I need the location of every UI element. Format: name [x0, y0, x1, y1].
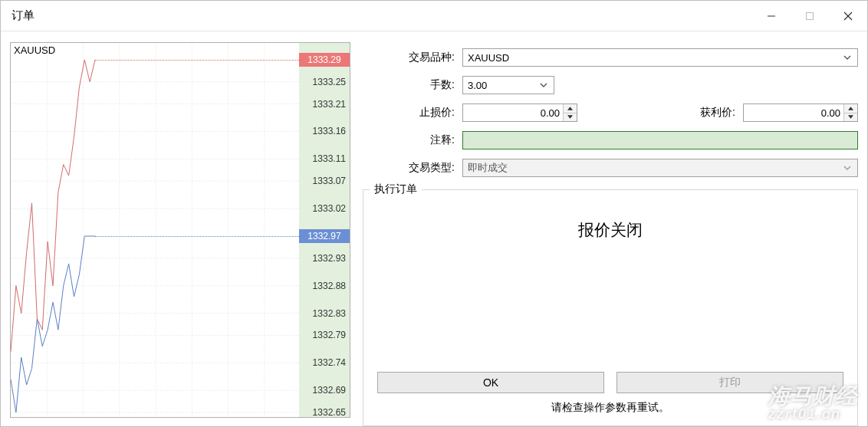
chevron-down-icon — [840, 51, 854, 64]
sl-label: 止损价: — [363, 106, 462, 120]
quote-closed-message: 报价关闭 — [377, 219, 843, 372]
y-axis-label: 1332.88 — [313, 281, 346, 291]
window-title: 订单 — [12, 8, 35, 23]
window-controls — [752, 1, 867, 31]
order-window: 订单 XAUUSD — [0, 0, 868, 427]
type-dropdown[interactable]: 即时成交 — [462, 159, 858, 177]
sl-input[interactable] — [462, 103, 577, 122]
y-axis-label: 1333.25 — [313, 77, 346, 87]
symbol-value: XAUUSD — [468, 52, 509, 64]
bid-price-line — [95, 236, 301, 237]
y-axis-label: 1332.69 — [313, 385, 346, 396]
comment-label: 注释: — [363, 133, 462, 147]
bid-price-tag: 1332.97 — [299, 229, 350, 243]
volume-label: 手数: — [363, 78, 462, 92]
titlebar: 订单 — [1, 1, 867, 31]
y-axis-label: 1332.65 — [313, 407, 346, 418]
ok-button[interactable]: OK — [377, 372, 604, 393]
symbol-dropdown[interactable]: XAUUSD — [462, 48, 858, 67]
minimize-button[interactable] — [752, 1, 791, 31]
volume-value: 3.00 — [468, 80, 487, 91]
y-axis-label: 1332.83 — [313, 308, 346, 319]
tick-chart[interactable]: XAUUSD 1333.29 1332.97 1333.251333.21133… — [10, 42, 350, 418]
print-button[interactable]: 打印 — [616, 372, 843, 393]
type-value: 即时成交 — [468, 161, 508, 175]
chart-symbol-label: XAUUSD — [14, 44, 55, 56]
tp-up[interactable] — [844, 104, 857, 113]
sl-up[interactable] — [564, 104, 577, 113]
execute-legend: 执行订单 — [370, 182, 422, 196]
chart-plot-area: XAUUSD — [11, 43, 301, 417]
maximize-button[interactable] — [791, 1, 829, 31]
tp-input[interactable] — [743, 103, 858, 122]
y-axis-label: 1333.16 — [313, 126, 346, 136]
retry-message: 请检查操作参数再重试。 — [377, 401, 843, 415]
order-form: 交易品种: XAUUSD 手数: 3.00 止损价: — [363, 42, 858, 426]
type-label: 交易类型: — [363, 161, 462, 175]
y-axis-label: 1332.93 — [313, 253, 346, 264]
symbol-label: 交易品种: — [363, 51, 462, 64]
volume-dropdown[interactable]: 3.00 — [462, 76, 554, 94]
tp-field[interactable] — [744, 104, 843, 121]
chevron-down-icon — [840, 161, 854, 175]
close-button[interactable] — [829, 1, 867, 31]
chevron-down-icon — [537, 78, 551, 92]
y-axis-label: 1333.02 — [313, 203, 346, 214]
ask-price-line — [95, 60, 301, 61]
ask-price-tag: 1333.29 — [299, 53, 350, 67]
comment-input[interactable] — [462, 131, 858, 149]
y-axis-label: 1332.74 — [313, 357, 346, 368]
tp-label: 获利价: — [608, 106, 743, 120]
y-axis-label: 1333.07 — [313, 176, 346, 186]
y-axis-label: 1333.11 — [313, 153, 346, 164]
y-axis-label: 1332.79 — [313, 330, 346, 340]
y-axis-label: 1333.21 — [313, 99, 346, 110]
content: XAUUSD 1333.29 1332.97 1333.251333.21133… — [1, 31, 867, 426]
sl-down[interactable] — [564, 113, 577, 122]
tp-down[interactable] — [844, 113, 857, 122]
chart-y-axis: 1333.29 1332.97 1333.251333.211333.16133… — [299, 43, 350, 417]
execute-order-group: 执行订单 报价关闭 OK 打印 请检查操作参数再重试。 — [363, 189, 858, 426]
svg-rect-1 — [807, 12, 814, 19]
sl-field[interactable] — [463, 104, 563, 121]
